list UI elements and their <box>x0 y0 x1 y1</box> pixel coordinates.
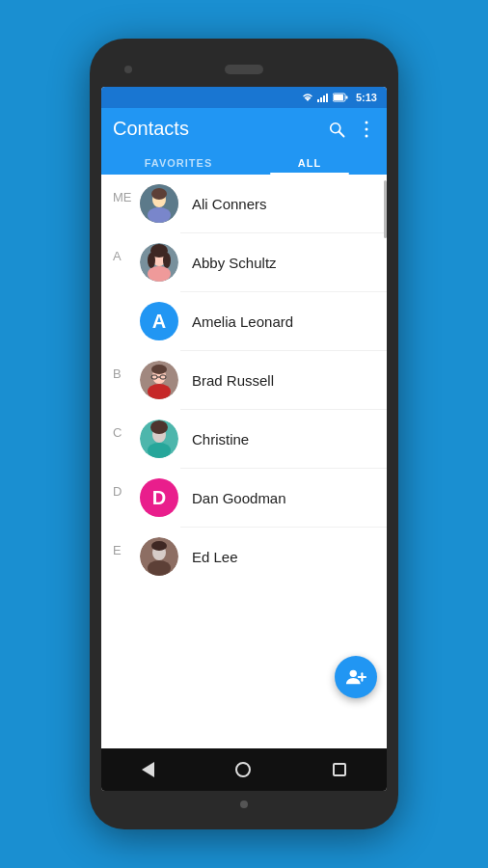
bottom-nav <box>101 748 387 791</box>
svg-point-11 <box>366 127 368 130</box>
phone-screen: 5:13 Contacts <box>101 87 387 791</box>
app-bar: Contacts FAVORITES <box>101 108 387 175</box>
battery-icon <box>333 93 348 102</box>
avatar-abby-schultz <box>140 243 178 282</box>
contact-name-dan-goodman: Dan Goodman <box>192 490 286 506</box>
svg-rect-1 <box>317 99 319 102</box>
svg-point-32 <box>150 420 168 434</box>
svg-point-12 <box>366 134 368 137</box>
add-contact-fab[interactable] <box>335 656 377 698</box>
avatar-brad-russell <box>140 361 178 399</box>
list-item[interactable]: C Christine <box>101 410 387 468</box>
section-label-me: ME <box>113 184 140 204</box>
svg-point-16 <box>148 207 171 223</box>
avatar-letter-a: A <box>152 311 166 333</box>
scrollbar-indicator <box>384 180 387 238</box>
nav-back-button[interactable] <box>142 762 154 777</box>
svg-point-29 <box>148 384 171 399</box>
back-icon <box>142 762 154 777</box>
home-icon <box>235 762 251 777</box>
phone-camera <box>124 66 132 73</box>
list-item[interactable]: D D Dan Goodman <box>101 469 387 527</box>
app-bar-actions <box>327 120 375 139</box>
svg-line-9 <box>339 131 344 136</box>
avatar-christine <box>140 420 178 458</box>
tab-favorites[interactable]: FAVORITES <box>113 149 244 175</box>
svg-point-33 <box>148 443 171 458</box>
status-time: 5:13 <box>356 92 377 103</box>
signal-icon <box>317 93 329 102</box>
phone-bottom <box>240 795 248 814</box>
app-bar-top: Contacts <box>113 118 375 140</box>
svg-rect-2 <box>320 97 322 102</box>
more-options-icon[interactable] <box>358 120 375 139</box>
svg-rect-4 <box>326 94 328 102</box>
status-bar: 5:13 <box>101 87 387 108</box>
section-label-d: D <box>113 478 140 499</box>
phone-shell: 5:13 Contacts <box>90 39 398 829</box>
svg-point-38 <box>350 670 357 677</box>
add-contact-icon <box>345 666 366 688</box>
tab-all[interactable]: ALL <box>244 149 375 175</box>
section-label-a: A <box>113 243 140 263</box>
app-title: Contacts <box>113 118 189 140</box>
nav-home-button[interactable] <box>235 762 251 777</box>
avatar-ali-conners <box>140 184 178 223</box>
section-label-b: B <box>113 361 140 381</box>
contact-name-christine: Christine <box>192 431 249 448</box>
contact-name-amelia-leonard: Amelia Leonard <box>192 313 293 330</box>
svg-rect-6 <box>345 96 347 99</box>
contact-name-ali-conners: Ali Conners <box>192 196 267 212</box>
avatar-letter-d: D <box>152 487 166 509</box>
contact-name-abby-schultz: Abby Schultz <box>192 255 277 271</box>
contact-list[interactable]: ME Ali Conners <box>101 175 387 748</box>
section-label-e: E <box>113 537 140 557</box>
svg-point-21 <box>163 253 171 268</box>
avatar-amelia-leonard: A <box>140 302 178 340</box>
search-icon[interactable] <box>327 120 346 139</box>
contact-name-brad-russell: Brad Russell <box>192 372 274 389</box>
status-icons: 5:13 <box>302 92 377 103</box>
home-dot <box>240 800 248 808</box>
wifi-icon <box>302 93 313 102</box>
avatar-dan-goodman: D <box>140 478 178 517</box>
svg-point-20 <box>148 253 155 268</box>
list-item[interactable]: A Amelia Leonard <box>101 292 387 350</box>
svg-point-22 <box>148 266 171 282</box>
svg-marker-0 <box>305 98 311 102</box>
svg-point-25 <box>151 365 167 374</box>
svg-point-36 <box>151 541 167 551</box>
list-item[interactable]: A Abby Schultz <box>101 233 387 291</box>
nav-recents-button[interactable] <box>333 763 346 776</box>
section-label-empty-1 <box>113 302 140 308</box>
list-item[interactable]: ME Ali Conners <box>101 175 387 232</box>
list-item[interactable]: B Brad Ru <box>101 351 387 409</box>
svg-point-10 <box>366 121 368 123</box>
phone-speaker <box>225 65 263 74</box>
recents-icon <box>333 763 346 776</box>
avatar-ed-lee <box>140 537 178 576</box>
section-label-c: C <box>113 420 140 440</box>
svg-point-37 <box>148 560 171 576</box>
contact-name-ed-lee: Ed Lee <box>192 549 238 565</box>
tabs: FAVORITES ALL <box>113 149 375 175</box>
svg-point-15 <box>151 188 167 200</box>
phone-top-bar <box>97 56 391 83</box>
list-item[interactable]: E Ed Lee <box>101 528 387 585</box>
svg-rect-7 <box>334 95 343 100</box>
svg-rect-3 <box>323 95 325 102</box>
